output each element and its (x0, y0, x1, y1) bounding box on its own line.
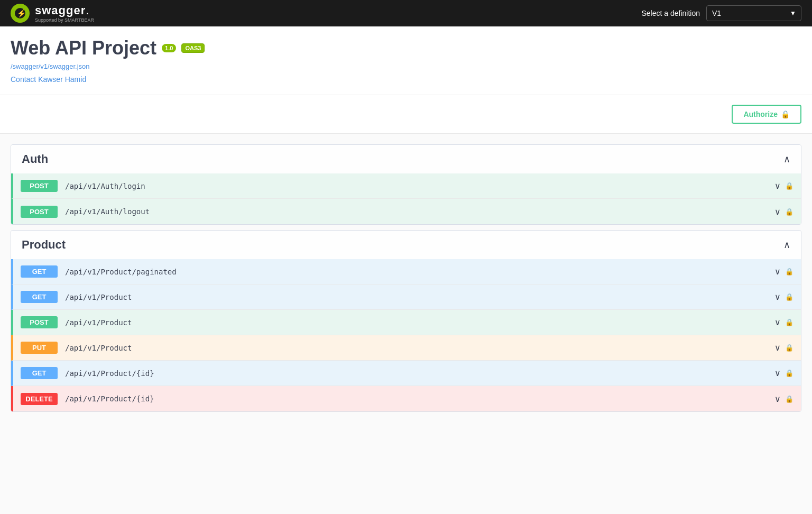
page-wrapper: Web API Project 1.0 OAS3 /swagger/v1/swa… (0, 26, 812, 423)
chevron-down-icon: ∨ (774, 317, 781, 327)
endpoint-product-paginated[interactable]: GET /api/v1/Product/paginated ∨ 🔒 (11, 259, 801, 284)
endpoint-path: /api/v1/Product (65, 344, 774, 352)
lock-icon: 🔒 (785, 268, 793, 276)
chevron-down-icon: ∨ (774, 394, 781, 404)
endpoint-path: /api/v1/Product/{id} (65, 394, 774, 403)
endpoint-product-get-id[interactable]: GET /api/v1/Product/{id} ∨ 🔒 (11, 361, 801, 386)
lock-icon: 🔒 (785, 182, 793, 190)
lock-icon: 🔒 (785, 344, 793, 352)
lock-icon: 🔒 (785, 318, 793, 326)
endpoint-path: /api/v1/Auth/logout (65, 207, 774, 216)
select-definition-label: Select a definition (641, 9, 700, 17)
endpoint-path: /api/v1/Product (65, 318, 774, 327)
authorize-bar: Authorize 🔒 (0, 95, 812, 134)
authorize-button-label: Authorize (743, 110, 778, 118)
product-section-title: Product (22, 238, 66, 252)
version-select-wrapper[interactable]: V1 ▼ (706, 5, 801, 21)
get-badge: GET (21, 291, 58, 303)
lock-icon: 🔒 (785, 293, 793, 301)
endpoint-path: /api/v1/Auth/login (65, 182, 774, 190)
delete-badge: DELETE (21, 393, 58, 405)
version-select[interactable]: V1 (706, 5, 801, 21)
logo: ⚡ swagger . Supported by SMARTBEAR (11, 4, 94, 23)
endpoint-product-delete-id[interactable]: DELETE /api/v1/Product/{id} ∨ 🔒 (11, 386, 801, 411)
info-section: Web API Project 1.0 OAS3 /swagger/v1/swa… (0, 26, 812, 95)
oas-badge: OAS3 (181, 43, 205, 53)
logo-text: swagger . (35, 4, 94, 17)
info-title-row: Web API Project 1.0 OAS3 (11, 37, 801, 59)
endpoint-product-post[interactable]: POST /api/v1/Product ∨ 🔒 (11, 310, 801, 335)
contact-link[interactable]: Contact Kawser Hamid (11, 75, 86, 84)
auth-section-title: Auth (22, 152, 48, 166)
logo-icon: ⚡ (11, 4, 30, 23)
endpoint-auth-logout[interactable]: POST /api/v1/Auth/logout ∨ 🔒 (11, 199, 801, 224)
product-endpoints: GET /api/v1/Product/paginated ∨ 🔒 GET /a… (11, 259, 801, 411)
product-section-header[interactable]: Product ∧ (11, 231, 801, 259)
auth-collapse-icon: ∧ (783, 153, 790, 165)
get-badge: GET (21, 265, 58, 278)
post-badge: POST (21, 206, 58, 218)
content-inner: Web API Project 1.0 OAS3 /swagger/v1/swa… (0, 26, 812, 423)
chevron-down-icon: ∨ (774, 207, 781, 217)
endpoint-path: /api/v1/Product (65, 293, 774, 301)
spec-url-link[interactable]: /swagger/v1/swagger.json (11, 62, 801, 70)
endpoint-product-get[interactable]: GET /api/v1/Product ∨ 🔒 (11, 284, 801, 310)
chevron-down-icon: ∨ (774, 181, 781, 191)
navbar: ⚡ swagger . Supported by SMARTBEAR Selec… (0, 0, 812, 26)
chevron-down-icon: ∨ (774, 292, 781, 302)
lock-icon: 🔒 (785, 395, 793, 403)
chevron-down-icon: ∨ (774, 267, 781, 277)
navbar-right: Select a definition V1 ▼ (641, 5, 801, 21)
post-badge: POST (21, 316, 58, 328)
auth-endpoints: POST /api/v1/Auth/login ∨ 🔒 POST /api/v1… (11, 173, 801, 224)
api-sections: Auth ∧ POST /api/v1/Auth/login ∨ 🔒 (0, 134, 812, 423)
svg-text:⚡: ⚡ (17, 9, 26, 18)
chevron-down-icon: ∨ (774, 368, 781, 378)
endpoint-path: /api/v1/Product/paginated (65, 268, 774, 276)
api-title: Web API Project (11, 37, 156, 59)
lock-icon: 🔒 (785, 369, 793, 377)
get-badge: GET (21, 367, 58, 379)
chevron-down-icon: ∨ (774, 343, 781, 353)
product-collapse-icon: ∧ (783, 239, 790, 251)
endpoint-product-put[interactable]: PUT /api/v1/Product ∨ 🔒 (11, 335, 801, 361)
lock-icon: 🔒 (781, 110, 790, 118)
product-section: Product ∧ GET /api/v1/Product/paginated … (11, 230, 801, 412)
auth-section: Auth ∧ POST /api/v1/Auth/login ∨ 🔒 (11, 144, 801, 225)
endpoint-path: /api/v1/Product/{id} (65, 369, 774, 378)
post-badge: POST (21, 180, 58, 192)
logo-sub: Supported by SMARTBEAR (35, 17, 94, 23)
lock-icon: 🔒 (785, 208, 793, 216)
endpoint-auth-login[interactable]: POST /api/v1/Auth/login ∨ 🔒 (11, 173, 801, 199)
version-badge: 1.0 (162, 44, 176, 52)
auth-section-header[interactable]: Auth ∧ (11, 145, 801, 173)
authorize-button[interactable]: Authorize 🔒 (732, 105, 801, 124)
put-badge: PUT (21, 342, 58, 354)
